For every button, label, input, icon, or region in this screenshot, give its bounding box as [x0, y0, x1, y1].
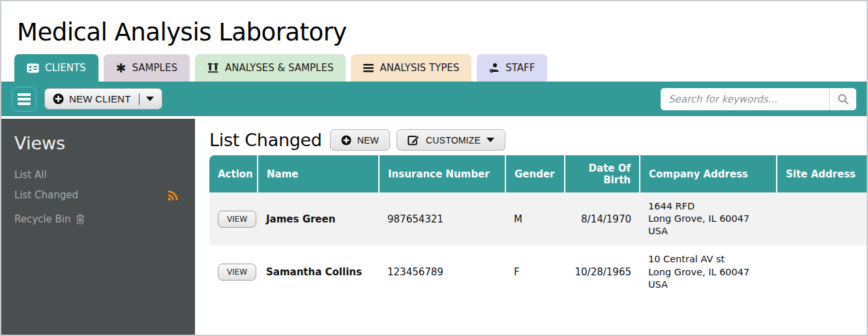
caret-down-icon	[146, 97, 154, 101]
page-title: Medical Analysis Laboratory	[17, 18, 867, 46]
id-card-icon	[27, 63, 39, 73]
column-header-name[interactable]: Name	[258, 155, 379, 192]
tab-label: ANALYSES & SAMPLES	[225, 62, 333, 74]
menu-button[interactable]	[12, 87, 37, 112]
main-panel: List Changed NEW CUSTOMIZE	[195, 119, 867, 336]
tab-label: CLIENTS	[45, 62, 86, 74]
main-header: List Changed NEW CUSTOMIZE	[209, 129, 867, 151]
action-cell: VIEW	[209, 192, 258, 245]
date-of-birth-cell: 10/28/1965	[565, 245, 640, 298]
tab-analysis-types[interactable]: ANALYSIS TYPES	[351, 54, 471, 82]
views-sidebar: Views List All List Changed Recycle Bin	[1, 119, 195, 336]
search-button[interactable]	[829, 88, 856, 110]
view-button[interactable]: VIEW	[218, 211, 256, 228]
company-address-cell: 10 Central AV st Long Grove, IL 60047 US…	[640, 245, 777, 298]
trash-icon	[76, 214, 85, 224]
customize-button[interactable]: CUSTOMIZE	[397, 129, 505, 151]
caret-down-icon	[486, 138, 494, 142]
column-header-company-address[interactable]: Company Address	[640, 155, 777, 192]
search-input[interactable]	[661, 88, 829, 110]
table-row: VIEW James Green 987654321 M 8/14/1970 1…	[209, 192, 867, 245]
tab-clients[interactable]: CLIENTS	[14, 54, 98, 82]
tab-bar: CLIENTS ✱ SAMPLES ANALYSES & SAMPLES ANA…	[14, 54, 867, 82]
sidebar-item-label: Recycle Bin	[14, 213, 70, 225]
rss-icon[interactable]	[168, 190, 179, 201]
column-header-date-of-birth[interactable]: Date Of Birth	[565, 155, 640, 192]
plus-circle-icon	[53, 93, 64, 104]
table-header-row: Action Name Insurance Number Gender Date…	[209, 155, 867, 192]
action-cell: VIEW	[209, 245, 258, 298]
list-lines-icon	[363, 64, 374, 72]
search-icon	[837, 93, 849, 105]
name-cell: James Green	[258, 192, 379, 245]
name-cell: Samantha Collins	[258, 245, 379, 298]
sidebar-item-label: List All	[14, 169, 47, 181]
sidebar-heading: Views	[14, 133, 182, 153]
column-header-gender[interactable]: Gender	[505, 155, 565, 192]
sidebar-item-list-all[interactable]: List All	[14, 169, 179, 181]
gender-cell: M	[505, 192, 565, 245]
app-window: Medical Analysis Laboratory CLIENTS ✱ SA…	[0, 0, 868, 336]
plus-circle-icon	[341, 135, 352, 145]
new-record-label: NEW	[357, 135, 379, 145]
site-address-cell	[777, 192, 867, 245]
sidebar-item-list-changed[interactable]: List Changed	[14, 189, 179, 201]
company-address-cell: 1644 RFD Long Grove, IL 60047 USA	[640, 192, 777, 245]
gender-cell: F	[505, 245, 565, 298]
column-header-insurance-number[interactable]: Insurance Number	[379, 155, 505, 192]
table-row: VIEW Samantha Collins 123456789 F 10/28/…	[209, 245, 867, 298]
tab-label: SAMPLES	[132, 62, 177, 74]
hamburger-icon	[18, 93, 31, 96]
insurance-number-cell: 123456789	[379, 245, 505, 298]
tab-staff[interactable]: STAFF	[477, 54, 547, 82]
column-header-site-address[interactable]: Site Address	[777, 155, 867, 192]
tab-label: ANALYSIS TYPES	[380, 62, 459, 74]
view-button[interactable]: VIEW	[218, 264, 256, 281]
asterisk-icon: ✱	[116, 62, 127, 74]
site-address-cell	[777, 245, 867, 298]
tab-samples[interactable]: ✱ SAMPLES	[104, 54, 190, 82]
sidebar-item-recycle-bin[interactable]: Recycle Bin	[14, 213, 179, 225]
customize-label: CUSTOMIZE	[426, 135, 481, 145]
tab-analyses-samples[interactable]: ANALYSES & SAMPLES	[195, 54, 346, 82]
insurance-number-cell: 987654321	[379, 192, 505, 245]
tab-label: STAFF	[505, 62, 535, 74]
content-area: Views List All List Changed Recycle Bin	[1, 119, 867, 336]
sidebar-item-label: List Changed	[14, 189, 78, 201]
new-client-label: NEW CLIENT	[69, 93, 131, 104]
clients-table: Action Name Insurance Number Gender Date…	[209, 155, 867, 299]
search-box	[661, 88, 856, 110]
column-header-action[interactable]: Action	[209, 155, 258, 192]
toolbar: NEW CLIENT	[1, 82, 867, 116]
view-heading: List Changed	[209, 130, 322, 150]
date-of-birth-cell: 8/14/1970	[565, 192, 640, 245]
button-divider	[139, 93, 140, 105]
pencil-square-icon	[408, 134, 420, 145]
new-client-button[interactable]: NEW CLIENT	[44, 88, 162, 110]
test-tubes-icon	[207, 63, 219, 73]
new-record-button[interactable]: NEW	[330, 129, 390, 151]
staff-person-icon	[489, 63, 500, 73]
